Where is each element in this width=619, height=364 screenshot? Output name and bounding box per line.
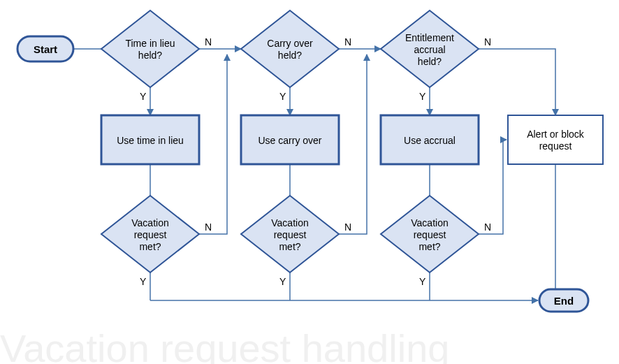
svg-text:Y: Y (140, 91, 147, 102)
svg-text:N: N (205, 221, 212, 233)
svg-text:met?: met? (139, 241, 161, 252)
svg-text:held?: held? (418, 56, 442, 67)
edge-d6-p4 (479, 140, 507, 234)
decision-carry-over: Carry over held? (241, 10, 339, 87)
edge-d4-d2 (199, 54, 227, 234)
svg-text:Use carry over: Use carry over (258, 135, 321, 146)
decision-request-met-3: Vacation request met? (381, 196, 479, 272)
svg-text:Y: Y (140, 276, 147, 287)
svg-text:Carry over: Carry over (267, 38, 313, 49)
svg-text:N: N (484, 221, 491, 233)
decision-time-in-lieu: Time in lieu held? (101, 10, 199, 87)
decision-request-met-1: Vacation request met? (101, 196, 199, 272)
svg-text:Use accrual: Use accrual (404, 135, 456, 146)
process-use-time-in-lieu: Use time in lieu (101, 115, 199, 164)
end-node: End (539, 289, 588, 312)
svg-text:Time in lieu: Time in lieu (125, 38, 175, 49)
edge-d5-d3 (339, 54, 367, 234)
svg-text:request: request (134, 229, 167, 240)
svg-text:Alert or block: Alert or block (527, 129, 585, 140)
edge-d3-p4 (479, 49, 555, 115)
process-use-carry-over: Use carry over (241, 115, 339, 164)
flowchart-canvas: Start End Time in lieu held? Carry over … (0, 0, 619, 364)
svg-text:met?: met? (279, 241, 300, 252)
svg-text:Y: Y (279, 276, 286, 287)
process-use-accrual: Use accrual (381, 115, 479, 164)
svg-text:accrual: accrual (414, 44, 445, 55)
svg-text:Entitlement: Entitlement (405, 32, 454, 43)
svg-text:Vacation: Vacation (131, 217, 168, 228)
svg-text:N: N (205, 36, 212, 48)
svg-text:held?: held? (138, 50, 162, 61)
svg-text:Y: Y (279, 91, 286, 102)
svg-text:request: request (414, 229, 446, 240)
svg-text:N: N (344, 36, 351, 48)
svg-text:met?: met? (418, 241, 440, 252)
svg-text:request: request (539, 140, 572, 152)
svg-text:N: N (344, 221, 351, 233)
svg-text:request: request (274, 229, 307, 240)
svg-text:Y: Y (419, 91, 426, 102)
svg-text:N: N (484, 36, 491, 48)
svg-text:Use time in lieu: Use time in lieu (117, 135, 184, 146)
end-label: End (554, 295, 574, 307)
svg-text:Vacation: Vacation (411, 217, 448, 228)
start-node: Start (17, 36, 73, 61)
start-label: Start (34, 43, 57, 55)
svg-text:held?: held? (278, 50, 302, 61)
decision-entitlement-accrual: Entitlement accrual held? (381, 10, 479, 87)
svg-text:Y: Y (419, 276, 426, 287)
process-alert-or-block: Alert or block request (508, 115, 603, 164)
decision-request-met-2: Vacation request met? (241, 196, 339, 272)
svg-text:Vacation: Vacation (271, 217, 308, 228)
